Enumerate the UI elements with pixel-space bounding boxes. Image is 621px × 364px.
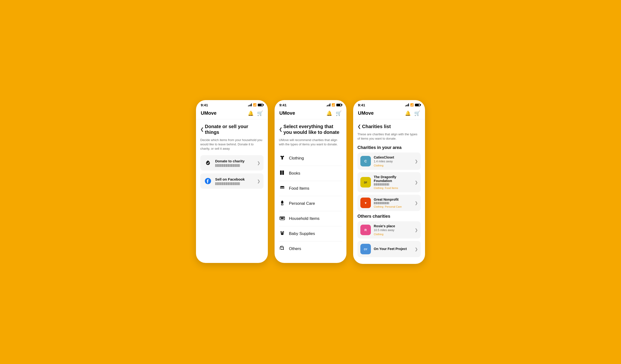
svg-point-10	[283, 233, 283, 234]
back-nav-2: ❮ Select everything that you would like …	[279, 124, 342, 135]
onyourfeet-name: On Your Feet Project	[374, 247, 413, 251]
status-time-2: 9:41	[279, 103, 287, 107]
back-nav-3: ❮ Charities list	[358, 124, 421, 129]
greatnonprofit-tag-clothing: Clothing	[374, 205, 383, 208]
category-books[interactable]: Books	[279, 166, 342, 181]
battery-icon-1	[258, 104, 263, 106]
greatnonprofit-barcode	[374, 202, 413, 204]
donate-chevron: ❯	[257, 161, 260, 165]
bell-icon-2[interactable]: 🔔	[326, 110, 332, 116]
caties-logo: C	[360, 156, 371, 166]
rosies-distance: 10.5 miles away	[374, 229, 413, 232]
personal-label: Personal Care	[289, 201, 315, 206]
greatnonprofit-chevron: ❯	[415, 201, 418, 205]
svg-text:DF: DF	[364, 181, 367, 184]
svg-text:♥: ♥	[365, 201, 367, 205]
page-content-2: ❮ Select everything that you would like …	[275, 119, 346, 263]
header-icons-2: 🔔 🛒	[326, 110, 342, 116]
greatnonprofit-logo: ♥	[360, 198, 371, 208]
bell-icon-3[interactable]: 🔔	[405, 110, 411, 116]
cart-icon-1[interactable]: 🛒	[257, 110, 263, 116]
app-logo-3: UMove	[358, 110, 374, 116]
phone-1: 9:41 📶 UMove 🔔 🛒 ❮ Donate	[196, 100, 268, 263]
books-icon	[279, 170, 286, 177]
dragonfly-barcode	[374, 183, 413, 186]
page-content-1: ❮ Donate or sell your things Decide whic…	[196, 119, 268, 263]
charity-dragonfly[interactable]: DF The Dragonfly Foundation Clothing Foo…	[358, 172, 421, 192]
status-bar-1: 9:41 📶	[196, 100, 268, 108]
household-label: Household Items	[289, 216, 320, 221]
svg-point-9	[281, 233, 282, 234]
svg-text:OY: OY	[364, 248, 367, 251]
greatnonprofit-name: Great Nonprofit	[374, 198, 413, 201]
status-icons-2: 📶	[327, 103, 342, 107]
sell-barcode	[215, 182, 255, 185]
dragonfly-tag-food: Food Items	[385, 186, 398, 189]
personal-icon	[279, 200, 286, 207]
svg-rect-4	[280, 188, 284, 188]
status-bar-2: 9:41 📶	[275, 100, 346, 108]
rosies-logo: R	[360, 225, 371, 235]
category-others[interactable]: Others	[279, 241, 342, 256]
charity-greatnonprofit[interactable]: ♥ Great Nonprofit Clothing Personal Care…	[358, 195, 421, 211]
header-icons-1: 🔔 🛒	[248, 110, 263, 116]
dragonfly-logo: DF	[360, 177, 371, 187]
svg-text:R: R	[364, 228, 367, 232]
sell-text: Sell on Facebook	[215, 177, 255, 185]
svg-rect-2	[282, 170, 284, 175]
caties-tags: Clothing	[374, 164, 413, 167]
sell-option[interactable]: Sell on Facebook ❯	[200, 173, 263, 189]
books-label: Books	[289, 171, 300, 176]
page-subtitle-2: UMove will recommend charities that alig…	[279, 138, 342, 147]
svg-text:C: C	[364, 159, 367, 163]
food-icon	[279, 185, 286, 192]
sell-chevron: ❯	[257, 179, 260, 183]
donate-option[interactable]: Donate to charity ❯	[200, 155, 263, 170]
signal-icon-3	[405, 103, 409, 106]
section-local: Charities in your area	[358, 145, 421, 150]
app-header-3: UMove 🔔 🛒	[353, 108, 425, 119]
dragonfly-name: The Dragonfly Foundation	[374, 175, 413, 183]
dragonfly-tags: Clothing Food Items	[374, 186, 413, 189]
back-arrow-3[interactable]: ❮	[358, 124, 361, 129]
rosies-name: Rosie's place	[374, 224, 413, 228]
charity-rosies[interactable]: R Rosie's place 10.5 miles away Clothing…	[358, 221, 421, 238]
page-subtitle-1: Decide which items from your household y…	[200, 138, 263, 151]
onyourfeet-chevron: ❯	[415, 247, 418, 251]
status-bar-3: 9:41 📶	[353, 100, 425, 108]
greatnonprofit-tag-personal: Personal Care	[385, 205, 401, 208]
battery-icon-2	[336, 104, 342, 106]
charity-caties[interactable]: C CatiesCloset 1.4 miles away Clothing ❯	[358, 152, 421, 170]
back-arrow-1[interactable]: ❮	[200, 127, 204, 132]
cart-icon-2[interactable]: 🛒	[336, 110, 342, 116]
bell-icon-1[interactable]: 🔔	[248, 110, 254, 116]
donate-text: Donate to charity	[215, 159, 255, 167]
donate-title: Donate to charity	[215, 159, 255, 163]
back-nav-1: ❮ Donate or sell your things	[200, 124, 263, 135]
baby-icon	[279, 230, 286, 237]
back-arrow-2[interactable]: ❮	[279, 127, 282, 132]
app-logo-1: UMove	[201, 110, 217, 116]
signal-icon-2	[327, 103, 331, 106]
facebook-icon	[204, 177, 212, 185]
header-icons-3: 🔔 🛒	[405, 110, 420, 116]
category-household[interactable]: Household Items	[279, 211, 342, 226]
rosies-info: Rosie's place 10.5 miles away Clothing	[374, 224, 413, 236]
dragonfly-info: The Dragonfly Foundation Clothing Food I…	[374, 175, 413, 189]
signal-icon-1	[248, 103, 252, 106]
dragonfly-tag-clothing: Clothing	[374, 186, 383, 189]
category-personal[interactable]: Personal Care	[279, 196, 342, 211]
donate-icon	[204, 159, 212, 167]
charity-onyourfeet[interactable]: OY On Your Feet Project ❯	[358, 241, 421, 257]
cart-icon-3[interactable]: 🛒	[414, 110, 420, 116]
others-label: Others	[289, 247, 301, 251]
food-label: Food Items	[289, 186, 309, 191]
category-food[interactable]: Food Items	[279, 181, 342, 196]
caties-info: CatiesCloset 1.4 miles away Clothing	[374, 155, 413, 167]
page-title-2: Select everything that you would like to…	[283, 124, 342, 135]
page-subtitle-3: These are charities that align with the …	[358, 132, 421, 141]
category-baby[interactable]: Baby Supplies	[279, 226, 342, 241]
category-clothing[interactable]: Clothing	[279, 151, 342, 166]
caties-chevron: ❯	[415, 159, 418, 164]
rosies-tags: Clothing	[374, 233, 413, 236]
